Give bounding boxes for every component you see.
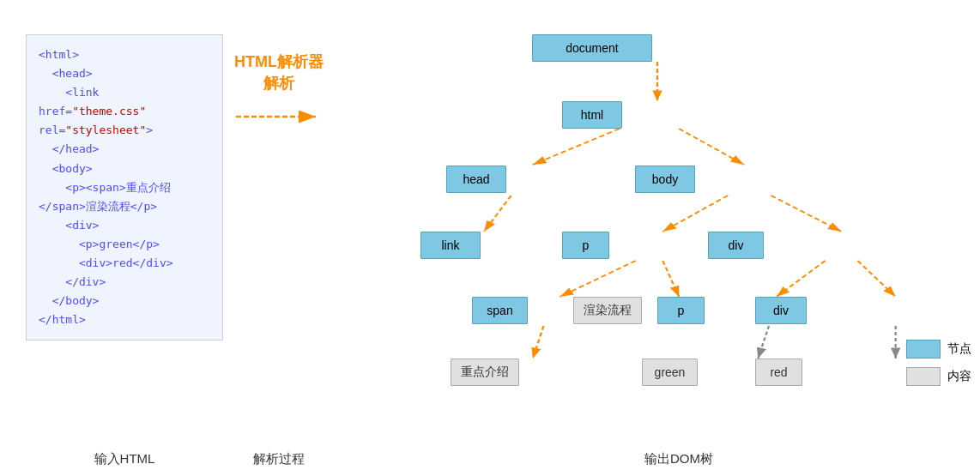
code-line-2: <head> [39, 64, 210, 83]
content-area: <html> <head> <link href="theme.css" rel… [9, 17, 971, 448]
code-line-4: rel="stylesheet"> [39, 121, 210, 140]
code-line-13: </html> [39, 310, 210, 329]
footer-process: 解析过程 [223, 451, 335, 467]
code-line-3: <link href="theme.css" [39, 83, 210, 121]
node-text-zhongdian: 重点介绍 [451, 359, 519, 386]
arrow-svg [232, 99, 326, 134]
dom-tree-section: document html head body link p div span … [343, 26, 971, 403]
svg-line-11 [662, 261, 679, 297]
svg-line-7 [484, 196, 511, 232]
code-line-12: </body> [39, 292, 210, 310]
legend-gray-box [906, 367, 941, 386]
code-line-1: <html> [39, 45, 210, 64]
code-line-7: <p><span>重点介绍</span>渲染流程</p> [39, 178, 210, 216]
node-html: html [562, 101, 622, 129]
legend-node: 节点 [906, 340, 971, 359]
svg-line-12 [777, 261, 826, 297]
svg-line-8 [662, 196, 728, 232]
node-div2: div [755, 297, 807, 324]
node-span: span [472, 297, 528, 324]
node-document: document [532, 34, 652, 62]
code-line-10: <div>red</div> [39, 254, 210, 273]
legend-blue-box [906, 340, 941, 359]
code-line-5: </head> [39, 140, 210, 159]
svg-line-13 [857, 261, 895, 297]
node-body: body [635, 166, 695, 193]
tree-connections [343, 26, 971, 403]
svg-line-15 [758, 326, 769, 359]
footer-output: 输出DOM树 [386, 451, 971, 467]
svg-line-10 [560, 261, 635, 297]
node-text-green: green [642, 359, 698, 386]
node-div: div [708, 232, 764, 259]
legend-content: 内容 [906, 367, 971, 386]
node-text-render: 渲染流程 [573, 297, 642, 324]
svg-line-14 [533, 326, 544, 359]
legend-node-label: 节点 [947, 341, 971, 357]
node-p: p [562, 232, 609, 259]
code-line-9: <p>green</p> [39, 235, 210, 254]
footer-input: 输入HTML [26, 451, 223, 467]
node-head: head [446, 166, 506, 193]
svg-line-9 [771, 196, 842, 232]
footer-labels: 输入HTML 解析过程 输出DOM树 [9, 451, 971, 467]
node-text-red: red [755, 359, 802, 386]
code-line-8: <div> [39, 216, 210, 235]
node-link: link [420, 232, 481, 259]
svg-line-5 [533, 129, 620, 165]
node-p2: p [657, 297, 705, 324]
main-container: <html> <head> <link href="theme.css" rel… [0, 0, 980, 476]
html-code-panel: <html> <head> <link href="theme.css" rel… [26, 34, 223, 340]
code-line-11: </div> [39, 273, 210, 292]
svg-line-6 [679, 129, 744, 165]
code-line-6: <body> [39, 160, 210, 178]
arrow-section: HTML解析器解析 [223, 51, 335, 134]
arrow-label: HTML解析器解析 [234, 51, 324, 94]
legend-content-label: 内容 [947, 369, 971, 384]
legend: 节点 内容 [906, 340, 971, 386]
